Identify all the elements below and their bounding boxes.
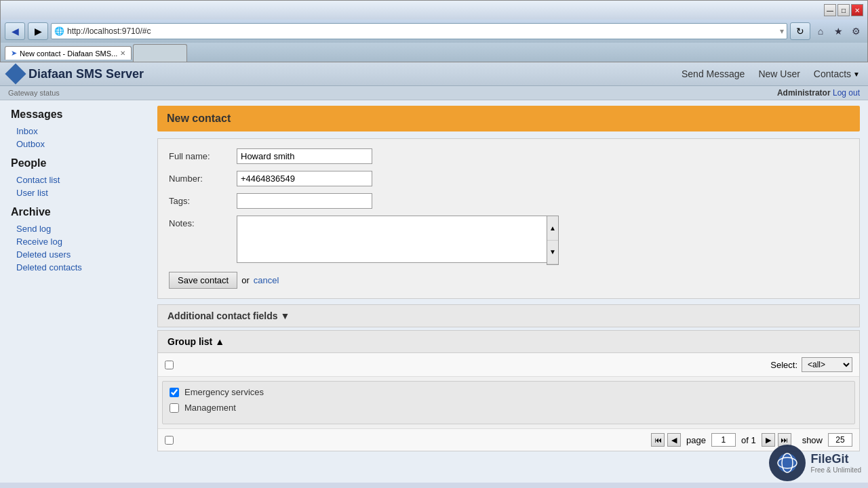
sidebar-item-deleted-contacts[interactable]: Deleted contacts bbox=[16, 261, 138, 274]
number-label: Number: bbox=[169, 171, 237, 184]
or-text: or bbox=[241, 275, 250, 285]
window-controls: — □ ✕ bbox=[824, 4, 863, 16]
home-button[interactable]: ⌂ bbox=[813, 24, 828, 39]
filgit-logo bbox=[769, 445, 806, 481]
filgit-watermark: FileGit Free & Unlimited bbox=[769, 445, 861, 481]
tab-icon: ➤ bbox=[11, 49, 17, 58]
group-items-list: Emergency services Management bbox=[163, 382, 854, 424]
admin-label: Administrator bbox=[777, 88, 831, 98]
group-items-container: Emergency services Management bbox=[162, 381, 855, 424]
favorites-button[interactable]: ★ bbox=[831, 24, 846, 39]
browser-chrome: — □ ✕ ◀ ▶ 🌐 http://localhost:9710/#c ▾ ↻… bbox=[0, 0, 868, 62]
group-item-management: Management bbox=[170, 403, 848, 413]
forward-button[interactable]: ▶ bbox=[28, 22, 48, 40]
main-layout: Messages Inbox Outbox People Contact lis… bbox=[0, 100, 868, 480]
contacts-link[interactable]: Contacts bbox=[814, 68, 851, 79]
filgit-name: FileGit bbox=[811, 452, 861, 466]
first-page-button[interactable]: ⏮ bbox=[651, 433, 665, 447]
sidebar-item-outbox[interactable]: Outbox bbox=[16, 138, 138, 150]
sidebar: Messages Inbox Outbox People Contact lis… bbox=[0, 100, 149, 480]
page-number-input[interactable] bbox=[711, 433, 736, 447]
textarea-scrollbar[interactable]: ▲ ▼ bbox=[547, 216, 559, 265]
search-dropdown-icon[interactable]: ▾ bbox=[780, 26, 784, 36]
tab-close-button[interactable]: ✕ bbox=[120, 49, 125, 57]
send-message-link[interactable]: Send Message bbox=[682, 68, 745, 79]
logout-link[interactable]: Log out bbox=[833, 88, 860, 98]
new-tab-area[interactable] bbox=[133, 44, 187, 62]
management-label: Management bbox=[184, 403, 236, 413]
management-checkbox[interactable] bbox=[170, 403, 179, 413]
scroll-up-arrow[interactable]: ▲ bbox=[547, 216, 558, 241]
url-text: http://localhost:9710/#c bbox=[67, 26, 777, 36]
cancel-link[interactable]: cancel bbox=[254, 275, 279, 285]
minimize-button[interactable]: — bbox=[824, 4, 836, 16]
additional-fields-header[interactable]: Additional contact fields ▼ bbox=[157, 304, 860, 327]
select-all-checkbox[interactable] bbox=[165, 361, 174, 369]
app-header: Diafaan SMS Server Send Message New User… bbox=[0, 62, 868, 86]
fullname-field[interactable] bbox=[237, 148, 372, 164]
navigation-bar: ◀ ▶ 🌐 http://localhost:9710/#c ▾ ↻ ⌂ ★ ⚙ bbox=[1, 20, 867, 43]
group-list-header: Group list ▲ bbox=[158, 331, 859, 353]
admin-bar: Administrator Log out bbox=[777, 88, 860, 98]
archive-heading: Archive bbox=[11, 206, 138, 218]
refresh-button[interactable]: ↻ bbox=[790, 22, 810, 40]
gateway-bar: Gateway status Administrator Log out bbox=[0, 86, 868, 100]
group-pagination: ⏮ ◀ page of 1 ▶ ⏭ show bbox=[158, 428, 859, 451]
tags-label: Tags: bbox=[169, 193, 237, 206]
emergency-services-checkbox[interactable] bbox=[170, 388, 179, 397]
maximize-button[interactable]: □ bbox=[837, 4, 850, 16]
new-user-link[interactable]: New User bbox=[758, 68, 800, 79]
emergency-services-label: Emergency services bbox=[184, 387, 264, 397]
pagination-select-checkbox[interactable] bbox=[165, 436, 174, 445]
gateway-status: Gateway status bbox=[8, 89, 60, 97]
group-item-emergency: Emergency services bbox=[170, 387, 848, 397]
title-bar: — □ ✕ bbox=[1, 1, 867, 20]
additional-fields-label: Additional contact fields bbox=[167, 310, 278, 321]
sidebar-item-contact-list[interactable]: Contact list bbox=[16, 174, 138, 186]
scroll-down-arrow[interactable]: ▼ bbox=[547, 241, 558, 265]
number-field[interactable] bbox=[237, 171, 372, 186]
logo-diamond-icon bbox=[5, 63, 26, 84]
notes-label: Notes: bbox=[169, 216, 237, 228]
sidebar-item-user-list[interactable]: User list bbox=[16, 186, 138, 199]
group-select-dropdown[interactable]: <all> none checked bbox=[802, 357, 852, 372]
page-of-text: of 1 bbox=[741, 435, 756, 445]
show-label: show bbox=[802, 435, 823, 445]
app-nav: Send Message New User Contacts ▼ bbox=[682, 68, 860, 79]
group-select-wrap: Select: <all> none checked bbox=[770, 357, 852, 372]
sidebar-item-deleted-users[interactable]: Deleted users bbox=[16, 248, 138, 261]
group-toolbar: Select: <all> none checked bbox=[158, 353, 859, 377]
tab-bar: ➤ New contact - Diafaan SMS... ✕ bbox=[1, 43, 867, 62]
save-contact-button[interactable]: Save contact bbox=[169, 272, 237, 289]
fullname-row: Full name: bbox=[169, 148, 848, 164]
sidebar-item-inbox[interactable]: Inbox bbox=[16, 125, 138, 138]
additional-fields-arrow: ▼ bbox=[281, 310, 290, 321]
messages-heading: Messages bbox=[11, 108, 138, 121]
page-title: New contact bbox=[157, 106, 860, 131]
browser-toolbar-icons: ⌂ ★ ⚙ bbox=[813, 24, 863, 39]
notes-field[interactable] bbox=[237, 216, 559, 263]
contacts-dropdown[interactable]: Contacts ▼ bbox=[814, 68, 860, 79]
sidebar-item-receive-log[interactable]: Receive log bbox=[16, 235, 138, 248]
filgit-logo-icon bbox=[776, 451, 799, 474]
people-heading: People bbox=[11, 157, 138, 169]
back-button[interactable]: ◀ bbox=[5, 22, 25, 40]
contact-form: Full name: Number: Tags: Notes: bbox=[157, 138, 860, 299]
group-list-label: Group list bbox=[167, 336, 212, 347]
fullname-label: Full name: bbox=[169, 148, 237, 161]
tags-field[interactable] bbox=[237, 193, 372, 209]
settings-button[interactable]: ⚙ bbox=[848, 24, 863, 39]
form-actions: Save contact or cancel bbox=[169, 272, 848, 289]
number-row: Number: bbox=[169, 171, 848, 186]
group-list-arrow: ▲ bbox=[215, 336, 224, 347]
notes-row: Notes: ▲ ▼ bbox=[169, 216, 848, 265]
prev-page-button[interactable]: ◀ bbox=[667, 433, 681, 447]
address-icon: 🌐 bbox=[54, 26, 64, 36]
tab-title: New contact - Diafaan SMS... bbox=[20, 49, 117, 58]
address-bar[interactable]: 🌐 http://localhost:9710/#c ▾ bbox=[51, 23, 787, 39]
app-wrapper: Diafaan SMS Server Send Message New User… bbox=[0, 62, 868, 483]
close-button[interactable]: ✕ bbox=[851, 4, 863, 16]
notes-textarea-wrap: ▲ ▼ bbox=[237, 216, 559, 265]
sidebar-item-send-log[interactable]: Send log bbox=[16, 222, 138, 235]
active-tab[interactable]: ➤ New contact - Diafaan SMS... ✕ bbox=[5, 46, 132, 60]
